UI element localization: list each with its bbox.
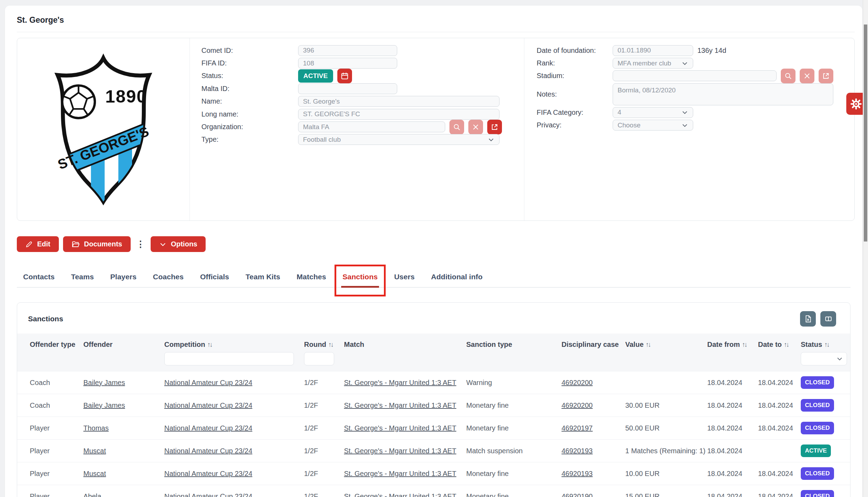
match-link[interactable]: St. George's - Mgarr United 1:3 AET: [344, 379, 456, 386]
malta-id-field[interactable]: [298, 83, 397, 94]
competition-link[interactable]: National Amateur Cup 23/24: [164, 492, 252, 497]
stadium-clear-button[interactable]: [800, 69, 814, 83]
match-link[interactable]: St. George's - Mgarr United 1:3 AET: [344, 424, 456, 432]
pencil-icon: [25, 240, 33, 248]
match-link[interactable]: St. George's - Mgarr United 1:3 AET: [344, 470, 456, 477]
tab-contacts[interactable]: Contacts: [23, 268, 55, 287]
comet-id-label: Comet ID:: [190, 47, 298, 55]
title-divider: [17, 32, 855, 32]
competition-link[interactable]: National Amateur Cup 23/24: [164, 470, 252, 477]
chevron-down-icon: [159, 240, 167, 248]
stadium-open-button[interactable]: [819, 69, 833, 83]
privacy-select[interactable]: Choose: [613, 120, 693, 131]
privacy-label: Privacy:: [524, 121, 613, 129]
date-to-cell: 18.04.2024: [758, 379, 793, 386]
actions-row: Edit Documents ⋮ Options: [17, 236, 855, 252]
match-link[interactable]: St. George's - Mgarr United 1:3 AET: [344, 447, 456, 455]
stadium-label: Stadium:: [524, 72, 613, 80]
offender-link[interactable]: Muscat: [83, 470, 106, 477]
tab-matches[interactable]: Matches: [297, 268, 326, 287]
type-select[interactable]: Football club: [298, 134, 500, 145]
col-round[interactable]: Round↑↓: [304, 334, 344, 350]
organization-clear-button[interactable]: [468, 120, 483, 134]
disciplinary-case-link[interactable]: 46920193: [562, 470, 593, 477]
offender-link[interactable]: Bailey James: [83, 401, 125, 409]
tab-team-kits[interactable]: Team Kits: [246, 268, 280, 287]
disciplinary-case-link[interactable]: 46920190: [562, 492, 593, 497]
tab-officials[interactable]: Officials: [200, 268, 229, 287]
sort-icon[interactable]: ↑↓: [328, 341, 333, 348]
match-link[interactable]: St. George's - Mgarr United 1:3 AET: [344, 401, 456, 409]
disciplinary-case-link[interactable]: 46920197: [562, 424, 593, 432]
privacy-select-value: Choose: [618, 121, 641, 129]
col-offender: Offender: [83, 334, 164, 350]
round-cell: 1/2F: [304, 401, 318, 409]
name-field[interactable]: St. George's: [298, 96, 500, 107]
sort-icon[interactable]: ↑↓: [207, 341, 212, 348]
col-competition[interactable]: Competition↑↓: [164, 334, 304, 350]
chevron-down-icon: [681, 60, 688, 67]
tab-users[interactable]: Users: [394, 268, 414, 287]
tab-players[interactable]: Players: [110, 268, 137, 287]
disciplinary-case-link[interactable]: 46920200: [562, 379, 593, 386]
col-status[interactable]: Status↑↓: [801, 334, 850, 350]
foundation-date-field[interactable]: 01.01.1890: [613, 45, 693, 56]
sanctions-panel-tools: [800, 311, 836, 327]
status-label: Status:: [190, 72, 298, 80]
round-filter-input[interactable]: [304, 352, 334, 365]
col-value[interactable]: Value↑↓: [625, 334, 707, 350]
col-date-from[interactable]: Date from↑↓: [707, 334, 758, 350]
close-icon: [472, 123, 480, 131]
organization-field[interactable]: Malta FA: [298, 121, 445, 132]
sanction-type-cell: Monetary fine: [466, 470, 509, 477]
more-actions-dots-icon[interactable]: ⋮: [136, 239, 145, 249]
competition-filter-input[interactable]: [164, 352, 294, 365]
columns-toggle-button[interactable]: [820, 311, 836, 327]
competition-link[interactable]: National Amateur Cup 23/24: [164, 424, 252, 432]
competition-link[interactable]: National Amateur Cup 23/24: [164, 401, 252, 409]
fifa-id-field[interactable]: 108: [298, 58, 397, 69]
status-filter-select[interactable]: [801, 352, 847, 365]
offender-link[interactable]: Bailey James: [83, 379, 125, 386]
edit-button[interactable]: Edit: [17, 236, 59, 252]
chevron-down-icon: [681, 109, 688, 116]
documents-button[interactable]: Documents: [63, 236, 131, 252]
status-history-button[interactable]: [337, 69, 352, 83]
competition-link[interactable]: National Amateur Cup 23/24: [164, 379, 252, 386]
scrollbar-thumb[interactable]: [864, 24, 867, 241]
sort-icon[interactable]: ↑↓: [646, 341, 650, 348]
competition-link[interactable]: National Amateur Cup 23/24: [164, 447, 252, 455]
tab-label: Additional info: [431, 273, 483, 281]
tab-teams[interactable]: Teams: [71, 268, 94, 287]
stadium-search-button[interactable]: [781, 69, 795, 83]
options-button-label: Options: [171, 240, 198, 248]
date-from-cell: 18.04.2024: [707, 379, 742, 386]
options-button[interactable]: Options: [151, 236, 206, 252]
sort-icon[interactable]: ↑↓: [784, 341, 788, 348]
stadium-field[interactable]: [613, 70, 777, 81]
export-excel-button[interactable]: [800, 311, 816, 327]
organization-open-button[interactable]: [487, 120, 502, 134]
rank-select[interactable]: MFA member club: [613, 58, 693, 69]
offender-link[interactable]: Muscat: [83, 447, 106, 455]
sort-icon[interactable]: ↑↓: [824, 341, 829, 348]
fifa-category-select[interactable]: 4: [613, 107, 693, 118]
sort-icon[interactable]: ↑↓: [742, 341, 746, 348]
tab-additional-info[interactable]: Additional info: [431, 268, 483, 287]
disciplinary-case-link[interactable]: 46920200: [562, 401, 593, 409]
tabs: ContactsTeamsPlayersCoachesOfficialsTeam…: [17, 268, 850, 288]
offender-link[interactable]: Thomas: [83, 424, 109, 432]
comet-id-field[interactable]: 396: [298, 45, 397, 56]
offender-link[interactable]: Abela: [83, 492, 101, 497]
long-name-field[interactable]: ST. GEORGE'S FC: [298, 109, 500, 120]
disciplinary-case-link[interactable]: 46920193: [562, 447, 593, 455]
match-link[interactable]: St. George's - Mgarr United 1:3 AET: [344, 492, 456, 497]
tab-label: Matches: [297, 273, 326, 281]
notes-field[interactable]: Bormla, 08/12/2020: [613, 83, 833, 105]
page-scrollbar[interactable]: [863, 0, 868, 497]
col-sanction-type: Sanction type: [466, 334, 562, 350]
tab-sanctions[interactable]: Sanctions: [343, 268, 378, 287]
col-date-to[interactable]: Date to↑↓: [758, 334, 801, 350]
organization-search-button[interactable]: [449, 120, 464, 134]
tab-coaches[interactable]: Coaches: [153, 268, 184, 287]
